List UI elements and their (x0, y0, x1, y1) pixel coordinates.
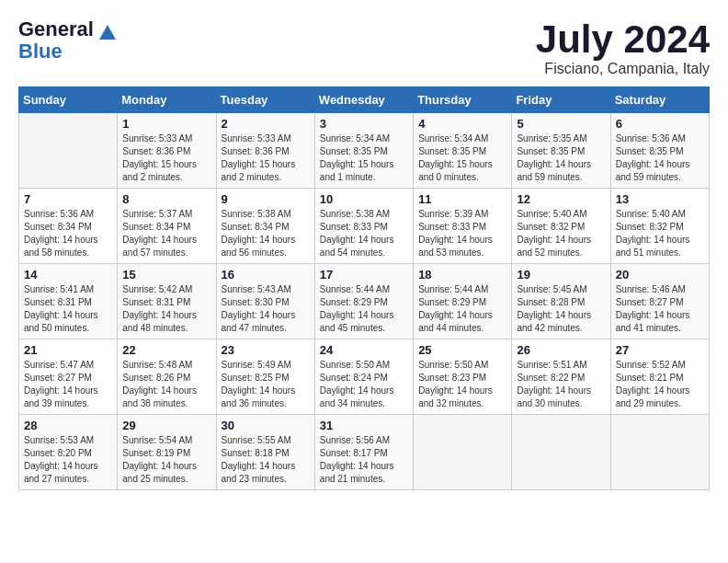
day-cell: 6 Sunrise: 5:36 AMSunset: 8:35 PMDayligh… (610, 113, 709, 189)
day-details: Sunrise: 5:50 AMSunset: 8:24 PMDaylight:… (320, 359, 408, 410)
day-number: 31 (320, 419, 408, 432)
day-details: Sunrise: 5:47 AMSunset: 8:27 PMDaylight:… (24, 359, 112, 410)
day-details: Sunrise: 5:33 AMSunset: 8:36 PMDaylight:… (122, 132, 210, 184)
day-number: 23 (222, 343, 310, 357)
day-cell: 7 Sunrise: 5:36 AMSunset: 8:34 PMDayligh… (19, 189, 118, 264)
day-cell: 26 Sunrise: 5:51 AMSunset: 8:22 PMDaylig… (512, 339, 610, 415)
day-cell: 25 Sunrise: 5:50 AMSunset: 8:23 PMDaylig… (414, 339, 512, 415)
day-details: Sunrise: 5:40 AMSunset: 8:32 PMDaylight:… (517, 208, 605, 259)
day-cell: 17 Sunrise: 5:44 AMSunset: 8:29 PMDaylig… (314, 264, 413, 339)
day-cell: 21 Sunrise: 5:47 AMSunset: 8:27 PMDaylig… (19, 339, 118, 415)
week-row-4: 21 Sunrise: 5:47 AMSunset: 8:27 PMDaylig… (19, 339, 710, 415)
day-number: 13 (616, 192, 704, 206)
day-cell (512, 415, 610, 490)
day-cell: 5 Sunrise: 5:35 AMSunset: 8:35 PMDayligh… (512, 113, 610, 189)
day-cell: 28 Sunrise: 5:53 AMSunset: 8:20 PMDaylig… (19, 415, 118, 490)
day-details: Sunrise: 5:39 AMSunset: 8:33 PMDaylight:… (418, 208, 506, 259)
day-number: 27 (616, 343, 704, 357)
header-thursday: Thursday (414, 87, 512, 113)
svg-marker-0 (99, 25, 116, 40)
logo-triangle-icon (99, 25, 116, 40)
day-cell: 19 Sunrise: 5:45 AMSunset: 8:28 PMDaylig… (512, 264, 610, 339)
day-details: Sunrise: 5:34 AMSunset: 8:35 PMDaylight:… (418, 132, 506, 184)
week-row-1: 1 Sunrise: 5:33 AMSunset: 8:36 PMDayligh… (19, 113, 710, 189)
logo-general-text: General (18, 17, 94, 40)
day-cell: 24 Sunrise: 5:50 AMSunset: 8:24 PMDaylig… (314, 339, 413, 415)
header-sunday: Sunday (19, 87, 118, 113)
month-year-title: July 2024 (536, 18, 710, 61)
day-details: Sunrise: 5:44 AMSunset: 8:29 PMDaylight:… (418, 283, 506, 335)
day-details: Sunrise: 5:41 AMSunset: 8:31 PMDaylight:… (24, 283, 112, 335)
logo: General Blue (18, 18, 116, 63)
day-details: Sunrise: 5:55 AMSunset: 8:18 PMDaylight:… (222, 434, 310, 486)
day-number: 20 (616, 268, 704, 282)
day-details: Sunrise: 5:54 AMSunset: 8:19 PMDaylight:… (122, 434, 210, 486)
day-cell (19, 113, 118, 189)
day-number: 24 (320, 343, 408, 357)
day-cell: 27 Sunrise: 5:52 AMSunset: 8:21 PMDaylig… (610, 339, 709, 415)
day-cell: 13 Sunrise: 5:40 AMSunset: 8:32 PMDaylig… (610, 189, 709, 264)
day-details: Sunrise: 5:45 AMSunset: 8:28 PMDaylight:… (517, 283, 605, 335)
day-details: Sunrise: 5:49 AMSunset: 8:25 PMDaylight:… (222, 359, 310, 410)
day-details: Sunrise: 5:40 AMSunset: 8:32 PMDaylight:… (616, 208, 704, 259)
day-number: 6 (616, 117, 704, 131)
day-cell: 9 Sunrise: 5:38 AMSunset: 8:34 PMDayligh… (216, 189, 314, 264)
day-cell: 18 Sunrise: 5:44 AMSunset: 8:29 PMDaylig… (414, 264, 512, 339)
day-cell: 30 Sunrise: 5:55 AMSunset: 8:18 PMDaylig… (216, 415, 314, 490)
day-cell: 3 Sunrise: 5:34 AMSunset: 8:35 PMDayligh… (314, 113, 413, 189)
page-header: General Blue July 2024 Fisciano, Campani… (18, 18, 710, 77)
day-number: 11 (418, 192, 506, 206)
day-details: Sunrise: 5:35 AMSunset: 8:35 PMDaylight:… (517, 132, 605, 184)
day-number: 19 (517, 268, 605, 282)
header-friday: Friday (512, 87, 610, 113)
header-tuesday: Tuesday (216, 87, 314, 113)
day-details: Sunrise: 5:37 AMSunset: 8:34 PMDaylight:… (122, 208, 210, 259)
day-details: Sunrise: 5:52 AMSunset: 8:21 PMDaylight:… (616, 359, 704, 410)
day-number: 1 (122, 117, 210, 131)
day-number: 9 (222, 192, 310, 206)
day-number: 17 (320, 268, 408, 282)
day-number: 14 (24, 268, 112, 282)
day-number: 2 (222, 117, 310, 131)
header-row: Sunday Monday Tuesday Wednesday Thursday… (19, 87, 710, 113)
day-number: 26 (517, 343, 605, 357)
day-number: 16 (222, 268, 310, 282)
day-number: 8 (122, 192, 210, 206)
title-block: July 2024 Fisciano, Campania, Italy (536, 18, 710, 77)
day-details: Sunrise: 5:53 AMSunset: 8:20 PMDaylight:… (24, 434, 112, 486)
header-monday: Monday (118, 87, 216, 113)
day-number: 7 (24, 192, 112, 206)
day-cell: 16 Sunrise: 5:43 AMSunset: 8:30 PMDaylig… (216, 264, 314, 339)
week-row-3: 14 Sunrise: 5:41 AMSunset: 8:31 PMDaylig… (19, 264, 710, 339)
day-details: Sunrise: 5:38 AMSunset: 8:34 PMDaylight:… (222, 208, 310, 259)
day-cell: 15 Sunrise: 5:42 AMSunset: 8:31 PMDaylig… (118, 264, 216, 339)
day-details: Sunrise: 5:34 AMSunset: 8:35 PMDaylight:… (320, 132, 408, 184)
day-details: Sunrise: 5:44 AMSunset: 8:29 PMDaylight:… (320, 283, 408, 335)
day-number: 30 (222, 419, 310, 432)
day-details: Sunrise: 5:46 AMSunset: 8:27 PMDaylight:… (616, 283, 704, 335)
day-details: Sunrise: 5:56 AMSunset: 8:17 PMDaylight:… (320, 434, 408, 486)
day-cell (610, 415, 709, 490)
day-details: Sunrise: 5:36 AMSunset: 8:34 PMDaylight:… (24, 208, 112, 259)
day-cell: 11 Sunrise: 5:39 AMSunset: 8:33 PMDaylig… (414, 189, 512, 264)
day-number: 29 (122, 419, 210, 432)
week-row-5: 28 Sunrise: 5:53 AMSunset: 8:20 PMDaylig… (19, 415, 710, 490)
calendar-table: Sunday Monday Tuesday Wednesday Thursday… (18, 86, 710, 490)
day-number: 5 (517, 117, 605, 131)
day-details: Sunrise: 5:43 AMSunset: 8:30 PMDaylight:… (222, 283, 310, 335)
day-cell: 12 Sunrise: 5:40 AMSunset: 8:32 PMDaylig… (512, 189, 610, 264)
day-details: Sunrise: 5:38 AMSunset: 8:33 PMDaylight:… (320, 208, 408, 259)
day-number: 28 (24, 419, 112, 432)
day-number: 22 (122, 343, 210, 357)
day-cell: 1 Sunrise: 5:33 AMSunset: 8:36 PMDayligh… (118, 113, 216, 189)
week-row-2: 7 Sunrise: 5:36 AMSunset: 8:34 PMDayligh… (19, 189, 710, 264)
day-cell: 20 Sunrise: 5:46 AMSunset: 8:27 PMDaylig… (610, 264, 709, 339)
day-cell: 22 Sunrise: 5:48 AMSunset: 8:26 PMDaylig… (118, 339, 216, 415)
day-cell (414, 415, 512, 490)
day-number: 4 (418, 117, 506, 131)
logo-line1: General (18, 18, 116, 40)
header-wednesday: Wednesday (314, 87, 413, 113)
header-saturday: Saturday (610, 87, 709, 113)
day-cell: 8 Sunrise: 5:37 AMSunset: 8:34 PMDayligh… (118, 189, 216, 264)
day-details: Sunrise: 5:36 AMSunset: 8:35 PMDaylight:… (616, 132, 704, 184)
